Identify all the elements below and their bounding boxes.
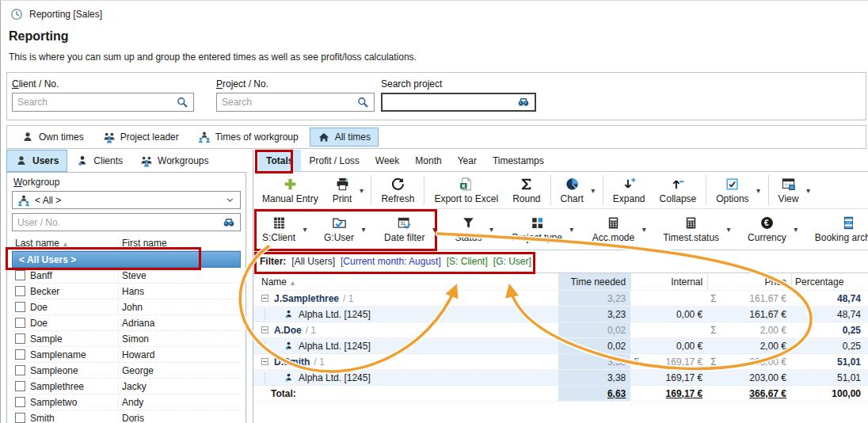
user-checkbox[interactable] [15, 318, 25, 328]
binoculars-icon[interactable] [517, 96, 530, 109]
workgroup-dropdown[interactable]: < All > [12, 191, 241, 209]
user-row[interactable]: Sample Simon [12, 331, 241, 347]
tab-month[interactable]: Month [407, 150, 449, 171]
column-percentage[interactable]: Percentage [791, 273, 868, 290]
project-type-button[interactable]: Project type [504, 209, 578, 250]
sigma-icon: Σ [634, 356, 645, 368]
manual-entry-button[interactable]: Manual Entry [255, 172, 326, 208]
sum-client-button[interactable]: S:Client [255, 209, 312, 250]
group-user-button[interactable]: G:User [317, 209, 371, 250]
user-checkbox[interactable] [15, 333, 25, 344]
user-checkbox[interactable] [15, 365, 25, 375]
tree-collapse-icon[interactable] [261, 326, 268, 333]
sidebar-tab-clients[interactable]: Clients [67, 150, 131, 172]
client-search-input[interactable] [17, 97, 176, 108]
user-row[interactable]: Doe John [12, 299, 241, 315]
tree-collapse-icon[interactable] [261, 358, 268, 365]
group-row[interactable]: D.Smith / 1 3,38 Σ169,17 € Σ203,00 € 51,… [253, 354, 868, 370]
magnifier-icon[interactable] [176, 96, 188, 109]
sort-ascending-icon[interactable]: Name [261, 276, 295, 288]
user-checkbox[interactable] [15, 413, 25, 423]
excel-icon [459, 177, 474, 192]
collapse-button[interactable]: Collapse [653, 172, 704, 208]
tab-all-times[interactable]: All times [310, 128, 379, 147]
tab-timestamps[interactable]: Timestamps [485, 150, 552, 171]
dropdown-arrow-icon[interactable] [791, 225, 801, 234]
binoculars-icon[interactable] [223, 216, 235, 229]
blocks-icon [530, 215, 545, 231]
dropdown-arrow-icon[interactable] [588, 186, 598, 195]
tab-own-times[interactable]: Own times [13, 128, 92, 147]
dropdown-arrow-icon[interactable] [359, 225, 368, 234]
column-price[interactable]: Price [707, 273, 791, 290]
user-checkbox[interactable] [15, 349, 25, 360]
round-button[interactable]: Round [505, 172, 547, 208]
chart-button[interactable]: Chart [554, 172, 600, 208]
tab-week[interactable]: Week [367, 150, 407, 171]
currency-button[interactable]: € Currency [740, 209, 803, 250]
user-checkbox[interactable] [15, 302, 25, 312]
user-checkbox[interactable] [15, 397, 25, 407]
grouping-toolbar: S:Client G:User 31 Date filter Status [253, 209, 868, 250]
client-row[interactable]: Alpha Ltd. [1245] 3,23 0,00 € 161,67 € 4… [253, 307, 868, 322]
filter-sum: [S: Client] [447, 256, 488, 267]
workgroup-icon [17, 194, 30, 207]
tab-times-of-workgroup[interactable]: Times of workgroup [190, 128, 306, 147]
project-search-input[interactable] [222, 97, 356, 108]
user-search-input[interactable] [17, 217, 223, 228]
print-button[interactable]: Print [326, 172, 369, 208]
tab-year[interactable]: Year [450, 150, 485, 171]
all-users-row[interactable]: < All Users > [12, 251, 241, 268]
sort-ascending-icon[interactable]: Last name [15, 238, 67, 249]
add-icon [283, 177, 298, 192]
refresh-button[interactable]: Refresh [374, 172, 421, 208]
tab-totals[interactable]: Totals [258, 150, 301, 171]
user-row[interactable]: Smith Doris [12, 410, 241, 423]
toolbar-separator [424, 175, 424, 205]
search-project-input[interactable] [387, 97, 517, 108]
group-row[interactable]: J.Samplethree / 1 3,23 Σ161,67 € 48,74 [253, 291, 868, 307]
booking-archive-button[interactable]: Booking archive [808, 209, 868, 250]
user-row[interactable]: Becker Hans [12, 284, 241, 299]
expand-button[interactable]: Expand [606, 172, 653, 208]
group-row[interactable]: A.Doe / 1 0,02 Σ2,00 € 0,25 [253, 322, 868, 338]
dropdown-arrow-icon[interactable] [803, 186, 813, 195]
user-row[interactable]: Samplethree Jacky [12, 379, 241, 394]
user-row[interactable]: Sampletwo Andy [12, 394, 241, 410]
dropdown-arrow-icon[interactable] [724, 225, 733, 234]
dropdown-arrow-icon[interactable] [356, 186, 366, 195]
timest-status-button[interactable]: Timest.status [656, 209, 736, 250]
user-checkbox[interactable] [15, 270, 25, 280]
tab-project-leader[interactable]: Project leader [95, 128, 187, 147]
client-row[interactable]: Alpha Ltd. [1245] 0,02 0,00 € 2,00 € 0,2… [253, 338, 868, 354]
person-icon [21, 131, 34, 143]
tab-profit-loss[interactable]: Profit / Loss [301, 150, 367, 171]
dropdown-arrow-icon[interactable] [486, 225, 496, 234]
dropdown-arrow-icon[interactable] [567, 225, 577, 234]
column-first-name[interactable]: First name [118, 235, 191, 250]
user-row[interactable]: Banff Steve [12, 268, 241, 284]
user-row[interactable]: Sampleone George [12, 363, 241, 379]
user-row[interactable]: Doe Adriana [12, 315, 241, 331]
dropdown-arrow-icon[interactable] [429, 225, 439, 234]
dropdown-arrow-icon[interactable] [639, 225, 649, 234]
options-button[interactable]: Options [709, 172, 765, 208]
acc-mode-button[interactable]: Acc.mode [585, 209, 651, 250]
sidebar-tab-workgroups[interactable]: Workgroups [131, 150, 217, 172]
tree-collapse-icon[interactable] [261, 295, 268, 302]
client-row[interactable]: Alpha Ltd. [1245] 3,38 169,17 € 203,00 €… [253, 370, 868, 386]
status-button[interactable]: Status [447, 209, 498, 250]
user-checkbox[interactable] [15, 286, 25, 296]
magnifier-icon[interactable] [356, 96, 369, 109]
column-internal[interactable]: Internal [630, 273, 707, 290]
user-checkbox[interactable] [15, 381, 25, 391]
view-button[interactable]: View [771, 172, 816, 208]
sidebar-tab-users[interactable]: Users [6, 150, 67, 172]
export-to-excel-button[interactable]: Export to Excel [427, 172, 505, 208]
report-panel: Totals Profit / Loss Week Month Year Tim… [253, 150, 868, 423]
column-time-needed[interactable]: Time needed [558, 273, 630, 290]
dropdown-arrow-icon[interactable] [754, 186, 763, 195]
date-filter-button[interactable]: 31 Date filter [377, 209, 441, 250]
dropdown-arrow-icon[interactable] [300, 225, 310, 234]
user-row[interactable]: Samplename Howard [12, 347, 241, 363]
